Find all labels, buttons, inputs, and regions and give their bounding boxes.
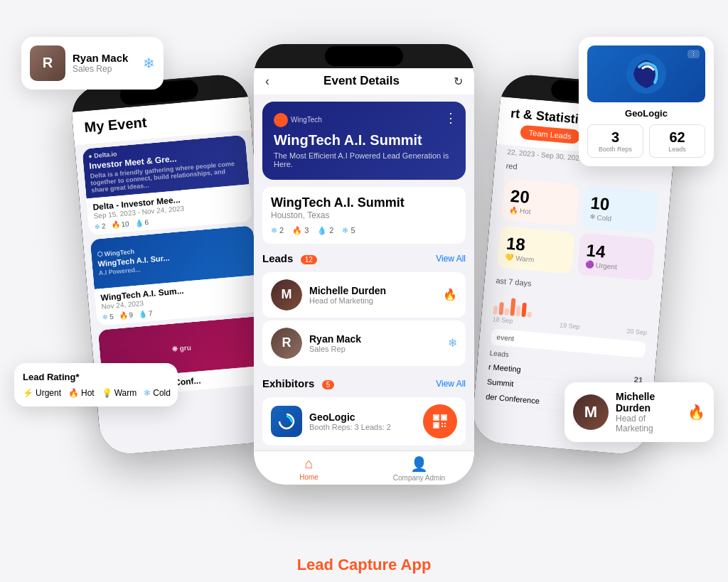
exhibitors-view-all[interactable]: View All <box>436 379 466 389</box>
stat-cold: 10 ❄ Cold <box>582 185 660 233</box>
lead-row-name: r Meeting <box>488 362 521 373</box>
event-item[interactable]: ● Delta.io Investor Meet & Gre... Delta … <box>82 134 252 235</box>
svg-rect-8 <box>441 426 443 427</box>
lead-stats: ❄ 2 🔥 3 💧 2 ❄ 5 <box>271 226 457 235</box>
exhibitor-name: GeoLogic <box>309 411 416 423</box>
banner-title: WingTech A.I. Summit <box>274 131 454 149</box>
stat-item: 💧 2 <box>317 226 333 235</box>
lead-card-ryan[interactable]: R Ryan Mack Sales Rep ❄ <box>262 320 466 366</box>
lead-title: Head of Marketing <box>309 296 436 305</box>
michelle-avatar-img: M <box>271 279 302 311</box>
app-bar: ‹ Event Details ↻ <box>254 68 474 95</box>
rating-cold: ❄ Cold <box>144 388 171 398</box>
ryan-float-info: Ryan Mack Sales Rep <box>73 52 128 74</box>
exhibitors-count-badge: 5 <box>322 380 335 389</box>
lead-title: Sales Rep <box>309 345 441 353</box>
page-title: Event Details <box>323 74 400 88</box>
geologic-card-stats: 3 Booth Reps 62 Leads <box>587 124 705 158</box>
exhibitor-info: GeoLogic Booth Reps: 3 Leads: 2 <box>309 411 416 431</box>
rating-warm: 💡 Warm <box>102 388 137 398</box>
geologic-float-logo: ⋮ <box>587 45 705 102</box>
svg-rect-6 <box>441 423 443 424</box>
rating-hot: 🔥 Hot <box>68 388 95 398</box>
event-info: WingTech A.I. Summit Houston, Texas ❄ 2 … <box>262 187 466 244</box>
event-org3: ❋ gru <box>171 343 191 352</box>
team-leads-btn[interactable]: Team Leads <box>520 124 580 144</box>
event-brand: WingTech <box>274 113 454 127</box>
michelle-avatar: M <box>271 279 302 311</box>
exhibitors-section-header: Exhibitors 5 View All <box>254 369 474 394</box>
leads-view-all[interactable]: View All <box>436 254 466 264</box>
geo-booth-label: Booth Reps <box>592 146 638 153</box>
michelle-float-info: Michelle Durden Head of Marketing <box>616 391 680 433</box>
lead-rating-icon: 🔥 <box>443 288 457 301</box>
rating-urgent: ⚡ Urgent <box>23 388 61 398</box>
svg-rect-1 <box>434 416 438 419</box>
tab-home[interactable]: ⌂ Home <box>254 456 364 482</box>
geo-leads-value: 62 <box>654 129 700 146</box>
banner-menu-icon[interactable]: ⋮ <box>444 110 457 126</box>
event-item[interactable]: ⬡ WingTech WingTech A.I. Sur... A.I Powe… <box>90 225 261 326</box>
geologic-logo <box>271 406 302 437</box>
ryan-avatar: R <box>271 328 302 359</box>
back-button[interactable]: ‹ <box>265 74 269 89</box>
lead-info: Ryan Mack Sales Rep <box>309 333 441 353</box>
ryan-float-icon: ❄ <box>143 55 155 72</box>
svg-rect-7 <box>444 423 446 424</box>
qr-scan-button[interactable] <box>423 404 457 438</box>
rating-hot-label: Hot <box>81 388 95 398</box>
stats-grid: 20 🔥 Hot 10 ❄ Cold 18 💛 Warm 14 🟣 Urgent <box>486 171 671 287</box>
card-lead-rating: Lead Rating* ⚡ Urgent 🔥 Hot 💡 Warm ❄ Col… <box>14 363 178 406</box>
event-location: Houston, Texas <box>271 210 457 220</box>
center-phone: ‹ Event Details ↻ WingTech WingTech A.I.… <box>254 44 474 485</box>
lead-rating-title: Lead Rating* <box>23 372 169 382</box>
lead-info: Michelle Durden Head of Marketing <box>309 285 436 305</box>
app-scene: My Event ● Delta.io Investor Meet & Gre.… <box>0 9 728 549</box>
event-org: ● Delta.io <box>88 150 117 159</box>
michelle-float-avatar: M <box>573 394 609 430</box>
lead-row-name: der Conference <box>486 392 540 405</box>
leads-section-title: Leads 12 <box>262 252 317 265</box>
event-name: WingTech A.I. Summit <box>271 195 457 210</box>
app-title: Lead Capture App <box>297 549 432 574</box>
event-banner: WingTech WingTech A.I. Summit The Most E… <box>262 102 466 180</box>
geo-leads: 62 Leads <box>649 124 705 158</box>
rating-warm-label: Warm <box>114 388 137 398</box>
tab-company-admin[interactable]: 👤 Company Admin <box>364 456 474 482</box>
stat-item: ❄ 2 <box>271 226 284 235</box>
stat-urgent: 14 🟣 Urgent <box>577 232 655 281</box>
leads-count-badge: 12 <box>301 255 317 264</box>
svg-rect-3 <box>442 416 446 419</box>
rating-cold-label: Cold <box>153 388 171 398</box>
geologic-menu[interactable]: ⋮ <box>687 50 700 58</box>
geologic-card-name: GeoLogic <box>587 108 705 119</box>
exhibitor-detail: Booth Reps: 3 Leads: 2 <box>309 423 416 431</box>
stat-item: 🔥 3 <box>292 226 309 235</box>
exhibitor-card-geologic[interactable]: GeoLogic Booth Reps: 3 Leads: 2 <box>262 397 466 446</box>
stat-hot: 20 🔥 Hot <box>501 178 579 226</box>
stat-warm: 18 💛 Warm <box>497 225 575 274</box>
rating-urgent-label: Urgent <box>36 388 61 398</box>
ryan-float-name: Ryan Mack <box>73 52 128 64</box>
michelle-float-title: Head of Marketing <box>616 414 680 433</box>
ryan-avatar-img: R <box>271 328 302 359</box>
refresh-button[interactable]: ↻ <box>454 75 463 88</box>
geo-booth-reps: 3 Booth Reps <box>587 124 643 158</box>
geo-booth-value: 3 <box>592 129 638 146</box>
svg-rect-5 <box>434 424 438 427</box>
ryan-float-avatar: R <box>30 45 65 81</box>
lead-row-name: Summit <box>487 377 514 387</box>
leads-section-header: Leads 12 View All <box>254 244 474 269</box>
michelle-float-name: Michelle Durden <box>616 391 680 414</box>
banner-subtitle: The Most Efficient A.I Powered Lead Gene… <box>274 151 454 168</box>
ryan-float-title: Sales Rep <box>73 64 128 74</box>
lead-rating-options: ⚡ Urgent 🔥 Hot 💡 Warm ❄ Cold <box>23 388 169 398</box>
card-michelle-durden: M Michelle Durden Head of Marketing 🔥 <box>564 382 714 442</box>
card-ryan-mack: R Ryan Mack Sales Rep ❄ <box>21 37 164 90</box>
stat-item: ❄ 5 <box>342 226 355 235</box>
tab-home-label: Home <box>299 473 318 481</box>
lead-card-michelle[interactable]: M Michelle Durden Head of Marketing 🔥 <box>262 272 466 318</box>
michelle-float-icon: 🔥 <box>687 404 705 421</box>
svg-rect-9 <box>444 426 446 427</box>
lead-name: Michelle Durden <box>309 285 436 296</box>
